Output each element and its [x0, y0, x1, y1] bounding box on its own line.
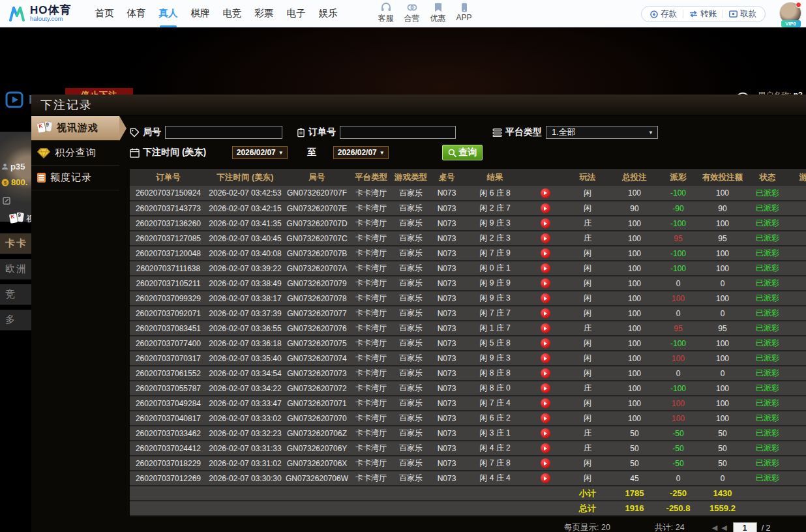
cell-valid-bet: 95 — [698, 231, 747, 246]
cell-status: 已派彩 — [747, 351, 788, 366]
replay-play-button[interactable] — [541, 203, 550, 213]
menu-item-lottery[interactable]: 彩票 — [255, 0, 274, 27]
partner-icon — [407, 3, 417, 12]
total-payout: -250.8 — [658, 501, 698, 516]
quick-link-promotions[interactable]: 优惠 — [430, 3, 446, 24]
replay-play-button[interactable] — [541, 263, 550, 273]
replay-play-button[interactable] — [541, 188, 550, 198]
replay-play-button[interactable] — [541, 353, 550, 363]
cell-total-bet: 100 — [611, 186, 658, 201]
replay-play-button[interactable] — [541, 278, 550, 288]
replay-play-button[interactable] — [541, 338, 550, 348]
page-number-input[interactable]: 1 — [733, 522, 757, 532]
list-icon — [492, 128, 502, 137]
cell-round: GN0732620707D — [284, 216, 350, 231]
menu-item-entertainment[interactable]: 娱乐 — [319, 0, 338, 27]
menu-item-home[interactable]: 首页 — [95, 0, 114, 27]
replay-play-button[interactable] — [541, 383, 550, 393]
bet-records-table: 订单号下注时间 (美东)局号平台类型游戏类型桌号结果玩法总投注派彩有效投注额状态… — [130, 169, 806, 516]
withdraw-button[interactable]: 取款 — [723, 8, 762, 20]
side-tab-kaka[interactable]: 卡卡 — [0, 233, 31, 254]
menu-item-sports[interactable]: 体育 — [127, 0, 146, 27]
quick-link-partnership[interactable]: 合营 — [404, 3, 420, 24]
first-page-button[interactable]: ◀ — [712, 524, 717, 532]
replay-play-button[interactable] — [541, 308, 550, 318]
cell-time: 2026-02-07 03:34:22 — [207, 381, 284, 396]
replay-play-button[interactable] — [541, 443, 550, 453]
quick-link-app-download[interactable]: APP — [456, 3, 472, 22]
cell-payout: 95 — [658, 231, 698, 246]
side-tab-competition[interactable]: 竞 — [0, 284, 31, 305]
cell-table-no: N073 — [430, 276, 464, 291]
table-row: 2602070370703172026-02-07 03:35:40GN0732… — [130, 351, 806, 366]
menu-item-live[interactable]: 真人 — [159, 0, 178, 27]
cell-game — [788, 246, 806, 261]
cell-time: 2026-02-07 03:37:39 — [207, 306, 284, 321]
prev-page-button[interactable]: ◀ — [721, 524, 726, 532]
cell-replay — [526, 351, 564, 366]
cell-status: 已派彩 — [747, 456, 788, 471]
platform-type-select[interactable]: 1.全部 ▼ — [546, 126, 658, 139]
round-number-input[interactable] — [165, 126, 282, 139]
cell-game — [788, 396, 806, 411]
cell-order: 260207037024412 — [130, 441, 207, 456]
cell-side: 庄 — [564, 321, 611, 336]
cell-status: 已派彩 — [747, 231, 788, 246]
sidebar-item-credit-records[interactable]: 额度记录 — [31, 166, 119, 190]
menu-item-esports[interactable]: 电竞 — [223, 0, 242, 27]
cell-total-bet: 100 — [611, 261, 658, 276]
cell-order: 260207037049284 — [130, 396, 207, 411]
cell-platform: 卡卡湾厅 — [350, 201, 392, 216]
menu-item-slots[interactable]: 电子 — [287, 0, 306, 27]
sidebar-item-live-games[interactable]: 9K视讯游戏 — [31, 116, 119, 141]
replay-play-button[interactable] — [541, 473, 550, 483]
side-tab-europe[interactable]: 欧洲 — [0, 259, 31, 280]
cell-result: 闲 8 庄 0 — [464, 381, 526, 396]
cell-status: 已派彩 — [747, 201, 788, 216]
column-header: 游戏类型 — [392, 169, 430, 186]
cell-time: 2026-02-07 03:30:30 — [207, 471, 284, 486]
cell-game — [788, 276, 806, 291]
table-row: 2602070370774002026-02-07 03:36:18GN0732… — [130, 336, 806, 351]
site-logo[interactable]: HO体育 halouty.com — [8, 5, 72, 23]
replay-play-button[interactable] — [541, 368, 550, 378]
cell-table-no: N073 — [430, 456, 464, 471]
table-row: 2602070370920712026-02-07 03:37:39GN0732… — [130, 306, 806, 321]
replay-play-button[interactable] — [541, 458, 550, 468]
replay-play-button[interactable] — [541, 218, 550, 228]
search-button[interactable]: 查询 — [442, 145, 483, 160]
date-to-picker[interactable]: 2026/02/07 ▼ — [333, 146, 389, 159]
to-label: 至 — [307, 147, 316, 158]
replay-play-button[interactable] — [541, 428, 550, 438]
user-avatar[interactable]: VIP0 — [779, 2, 802, 27]
total-label: 总计 — [564, 501, 611, 516]
replay-play-button[interactable] — [541, 398, 550, 408]
transfer-button[interactable]: 转账 — [683, 8, 723, 20]
order-number-input[interactable] — [340, 126, 456, 139]
cell-round: GN0732620706Y — [284, 441, 350, 456]
quick-link-customer-service[interactable]: 客服 — [378, 3, 394, 24]
total-label: 小计 — [564, 486, 611, 501]
cell-side: 闲 — [564, 276, 611, 291]
cell-empty — [130, 501, 564, 516]
cell-replay — [526, 291, 564, 306]
sidebar-item-points-query[interactable]: 积分查询 — [31, 141, 119, 166]
side-tab-multi[interactable]: 多 — [0, 310, 31, 331]
cell-status: 已派彩 — [747, 381, 788, 396]
cell-status: 已派彩 — [747, 306, 788, 321]
replay-play-button[interactable] — [541, 413, 550, 423]
date-from-picker[interactable]: 2026/02/07 ▼ — [232, 146, 288, 159]
cell-result: 闲 9 庄 3 — [464, 291, 526, 306]
cell-table-no: N073 — [430, 441, 464, 456]
menu-item-board-games[interactable]: 棋牌 — [191, 0, 210, 27]
replay-play-button[interactable] — [541, 233, 550, 243]
cell-game-type: 百家乐 — [392, 426, 430, 441]
replay-play-button[interactable] — [541, 323, 550, 333]
cell-empty — [747, 501, 788, 516]
replay-play-button[interactable] — [541, 293, 550, 303]
cell-result: 闲 4 庄 4 — [464, 471, 526, 486]
cell-valid-bet: 100 — [698, 246, 747, 261]
replay-play-button[interactable] — [541, 248, 550, 258]
cell-order: 260207037040817 — [130, 411, 207, 426]
deposit-button[interactable]: 存款 — [644, 8, 683, 20]
